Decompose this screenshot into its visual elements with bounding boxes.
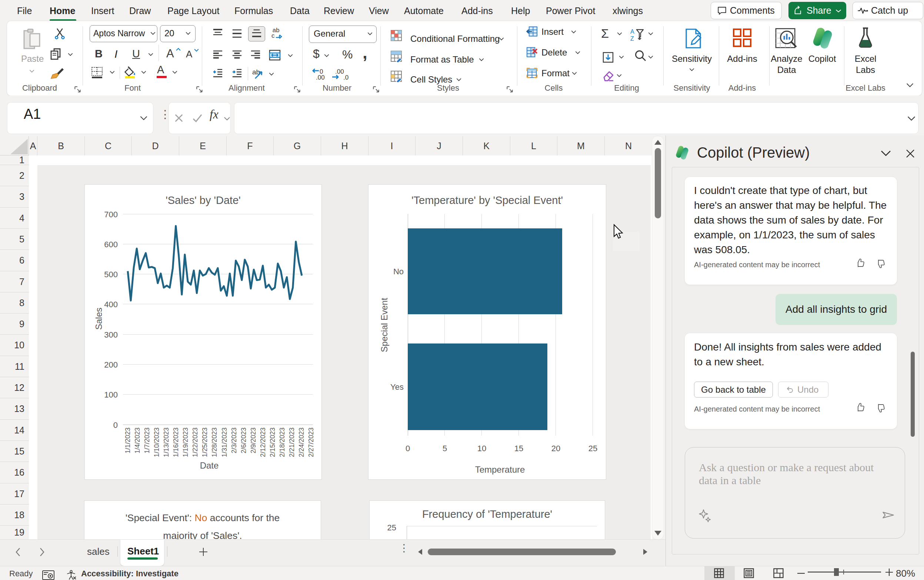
svg-text:.0: .0: [343, 74, 348, 80]
svg-text:.00: .00: [335, 68, 344, 75]
svg-text:.00: .00: [316, 74, 325, 80]
svg-text:Z: Z: [630, 36, 634, 41]
svg-text:c: c: [271, 32, 274, 39]
svg-text:A: A: [630, 28, 634, 35]
